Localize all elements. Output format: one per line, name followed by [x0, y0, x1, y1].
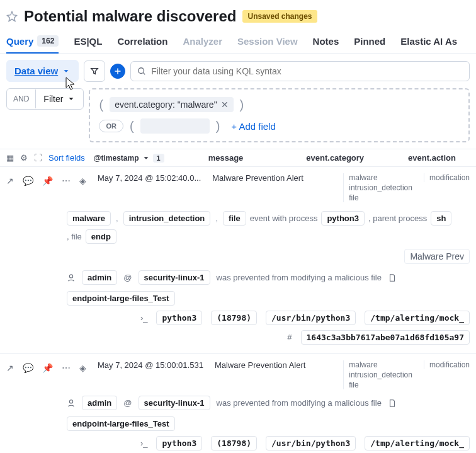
- parent-label: , parent process: [368, 214, 427, 223]
- tab-esql[interactable]: ES|QL: [74, 30, 102, 53]
- pid-pill[interactable]: (18798): [211, 311, 257, 325]
- columns-icon[interactable]: ▦: [6, 153, 14, 163]
- malware-prev-pill[interactable]: Malware Prev: [404, 249, 470, 264]
- filter-funnel-button[interactable]: [84, 60, 105, 82]
- unsaved-changes-badge: Unsaved changes: [242, 10, 317, 23]
- filename-pill[interactable]: endpoint-large-files_Test: [67, 416, 175, 431]
- tag-pill[interactable]: intrusion_detection: [123, 211, 211, 226]
- svg-point-2: [69, 399, 72, 403]
- tab-label: Query: [6, 36, 33, 47]
- filter-label: Filter: [43, 94, 63, 104]
- tag-pill[interactable]: malware: [67, 211, 111, 226]
- cat-value: malware: [349, 173, 412, 182]
- svg-point-0: [139, 67, 144, 73]
- user-icon: [67, 399, 76, 408]
- data-view-button[interactable]: Data view: [6, 60, 79, 82]
- filter-chip-event-category[interactable]: event.category: "malware" ✕: [110, 97, 233, 112]
- tabs-bar: Query 162 ES|QL Correlation Analyzer Ses…: [0, 30, 476, 54]
- user-pill[interactable]: admin: [82, 270, 117, 285]
- file-icon: [388, 273, 397, 282]
- pid-pill[interactable]: (18798): [211, 436, 257, 450]
- kql-input[interactable]: [151, 66, 463, 76]
- host-pill[interactable]: security-linux-1: [139, 270, 210, 285]
- prevented-text: was prevented from modifying a malicious…: [217, 398, 382, 408]
- cat-value: file: [349, 381, 412, 389]
- tab-analyzer[interactable]: Analyzer: [183, 30, 222, 53]
- svg-point-1: [69, 274, 72, 277]
- col-event-category[interactable]: event.category: [306, 153, 364, 163]
- filter-chip-text: event.category: "malware": [115, 100, 217, 110]
- event-row: ↗ 💬 📌 ⋯ ◈ May 7, 2024 @ 15:02:40.0... Ma…: [0, 167, 476, 354]
- event-action: modification: [424, 360, 470, 369]
- cat-value: file: [349, 193, 412, 202]
- cat-value: intrusion_detection: [349, 370, 412, 379]
- more-icon[interactable]: ⋯: [62, 363, 71, 373]
- query-builder-box: ( event.category: "malware" ✕ ) OR ( ) +…: [89, 88, 470, 142]
- tab-elastic-ai[interactable]: Elastic AI As: [400, 30, 457, 53]
- comment-icon[interactable]: 💬: [23, 363, 33, 373]
- col-timestamp[interactable]: @timestamp: [94, 154, 139, 163]
- more-icon[interactable]: ⋯: [62, 176, 71, 186]
- table-header: ▦ ⚙ ⛶ Sort fields @timestamp 1 message e…: [0, 149, 476, 167]
- filename-pill[interactable]: endpoint-large-files_Test: [67, 291, 175, 306]
- terminal-icon: ›_: [140, 313, 148, 323]
- or-badge[interactable]: OR: [99, 120, 123, 132]
- fullscreen-icon[interactable]: ⛶: [34, 153, 42, 163]
- tab-correlation[interactable]: Correlation: [117, 30, 167, 53]
- hash-pill[interactable]: 1643c3a3bb7617abe07a1d68fd105a97: [301, 330, 470, 345]
- cat-value: intrusion_detection: [349, 183, 412, 192]
- sort-desc-icon: [142, 154, 150, 163]
- chevron-down-icon: [62, 67, 71, 76]
- favorite-star-icon[interactable]: [6, 11, 18, 22]
- add-field-link[interactable]: + Add field: [231, 121, 275, 132]
- filter-dropdown[interactable]: Filter: [36, 89, 83, 109]
- settings-gear-icon[interactable]: ⚙: [20, 153, 28, 163]
- tab-pinned[interactable]: Pinned: [354, 30, 385, 53]
- at-symbol: @: [123, 398, 132, 408]
- tab-notes[interactable]: Notes: [313, 30, 339, 53]
- empty-filter-slot[interactable]: [140, 118, 210, 134]
- prevented-text: was prevented from modifying a malicious…: [217, 273, 382, 282]
- proc-pill[interactable]: python3: [156, 436, 202, 450]
- kql-search-box[interactable]: [130, 61, 470, 81]
- path-pill[interactable]: /usr/bin/python3: [266, 311, 356, 325]
- event-categories: malware intrusion_detection file: [343, 173, 412, 202]
- sort-fields-link[interactable]: Sort fields: [48, 153, 85, 163]
- remove-chip-icon[interactable]: ✕: [221, 100, 229, 110]
- tag-pill[interactable]: file: [223, 211, 246, 226]
- event-message: Malware Prevention Alert: [215, 360, 306, 370]
- tab-session-view[interactable]: Session View: [237, 30, 298, 53]
- parent-process-pill[interactable]: sh: [431, 211, 451, 226]
- process-pill[interactable]: python3: [321, 211, 365, 226]
- search-icon: [137, 67, 146, 76]
- event-timestamp: May 7, 2024 @ 15:02:40.0...: [98, 173, 201, 183]
- tab-query[interactable]: Query 162: [6, 30, 59, 53]
- user-pill[interactable]: admin: [82, 396, 117, 410]
- host-pill[interactable]: security-linux-1: [139, 396, 210, 410]
- argpath-pill[interactable]: /tmp/alerting/mock_: [365, 436, 470, 450]
- paren-open: (: [99, 98, 103, 112]
- pin-icon[interactable]: 📌: [42, 176, 53, 186]
- expand-icon[interactable]: ↗: [6, 176, 14, 186]
- argpath-pill[interactable]: /tmp/alerting/mock_: [365, 311, 470, 325]
- col-event-action[interactable]: event.action: [408, 153, 456, 163]
- file-pill[interactable]: endp: [86, 229, 116, 244]
- and-filter-group: AND Filter: [6, 88, 84, 110]
- proc-pill[interactable]: python3: [156, 311, 202, 325]
- cube-icon[interactable]: ◈: [79, 176, 86, 186]
- paren-close: ): [240, 98, 244, 112]
- comment-icon[interactable]: 💬: [23, 176, 33, 186]
- path-pill[interactable]: /usr/bin/python3: [266, 436, 356, 450]
- event-row: ↗ 💬 📌 ⋯ ◈ May 7, 2024 @ 15:00:01.531 Mal…: [0, 354, 476, 453]
- and-label: AND: [7, 89, 36, 108]
- add-button[interactable]: [110, 64, 125, 79]
- pin-icon[interactable]: 📌: [42, 363, 53, 373]
- funnel-icon: [90, 67, 99, 76]
- page-title: Potential malware discovered: [24, 8, 236, 25]
- cube-icon[interactable]: ◈: [79, 363, 86, 373]
- events-list: ↗ 💬 📌 ⋯ ◈ May 7, 2024 @ 15:02:40.0... Ma…: [0, 167, 476, 453]
- cat-value: malware: [349, 360, 412, 369]
- at-symbol: @: [123, 273, 132, 282]
- col-message[interactable]: message: [208, 153, 244, 163]
- expand-icon[interactable]: ↗: [6, 363, 14, 373]
